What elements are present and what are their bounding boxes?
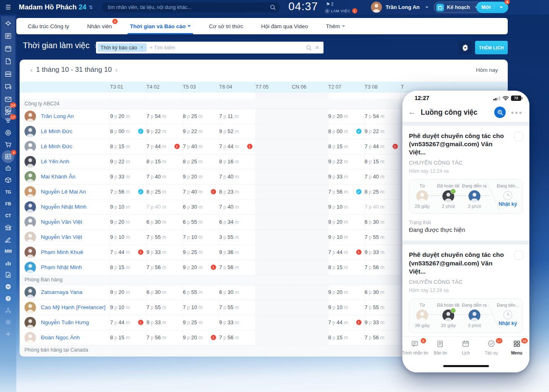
worktime-cell[interactable]: 6 p 30 m: [146, 285, 183, 300]
worktime-cell[interactable]: 9 p 22 m: [183, 124, 219, 139]
worktime-cell[interactable]: [255, 214, 292, 229]
date-range[interactable]: 1 tháng 10 - 31 tháng 10: [36, 66, 112, 74]
sidebar-item-ct-icon[interactable]: CT: [4, 212, 13, 219]
worktime-cell[interactable]: [255, 229, 292, 245]
worktime-cell[interactable]: 6 p 34 m: [219, 214, 255, 229]
worktime-cell[interactable]: [292, 154, 328, 169]
sidebar-item-docedit-icon[interactable]: [4, 271, 13, 278]
sidebar-item-stream-icon[interactable]: [4, 20, 13, 27]
sidebar-item-cart-icon[interactable]: [4, 141, 13, 148]
worktime-cell[interactable]: 6 p 30 m: [364, 214, 401, 229]
worktime-cell[interactable]: [255, 154, 292, 169]
worktime-cell[interactable]: 8 p 25 m: [183, 154, 219, 169]
worktime-cell[interactable]: 8 p 00 m✓: [110, 124, 146, 139]
worktime-cell[interactable]: 9 p 33 m: [364, 315, 401, 330]
worktime-cell[interactable]: [292, 245, 328, 260]
employee-name-link[interactable]: Cao Mỹ Hạnh [Freelancer]: [41, 304, 105, 310]
worktime-cell[interactable]: [255, 109, 292, 124]
worktime-cell[interactable]: 9 p 22 m: [110, 154, 146, 169]
worktime-cell[interactable]: [255, 285, 292, 300]
workflow-checkbox[interactable]: [514, 132, 523, 141]
worktime-cell[interactable]: 9 p 10 m: [328, 199, 364, 214]
worktime-cell[interactable]: 7 p 55 m: [146, 229, 183, 245]
worktime-cell[interactable]: 7 p 40 m: [146, 169, 183, 184]
sidebar-item-fb-icon[interactable]: FB: [4, 200, 13, 207]
more-menu-icon[interactable]: ●●●: [511, 109, 523, 116]
back-arrow-icon[interactable]: ←: [408, 108, 416, 117]
tab-4[interactable]: Cơ sở tri thức: [209, 18, 243, 34]
worktime-cell[interactable]: 7 p 44 m!: [328, 315, 364, 330]
sidebar-item-document-icon[interactable]: [4, 58, 13, 65]
worktime-cell[interactable]: 8 p 15 m: [110, 139, 146, 154]
worktime-cell[interactable]: 7 p 44 m!: [328, 245, 364, 260]
tab-2[interactable]: Nhân viên4: [87, 18, 112, 34]
worktime-cell[interactable]: 3 p 55 m: [219, 229, 255, 245]
worktime-cell[interactable]: 7 p 44 m!: [364, 139, 401, 154]
worktime-cell[interactable]: 6 p 30 m: [364, 285, 401, 300]
worktime-cell[interactable]: 9 p 22 m: [328, 154, 364, 169]
phone-nav-menu[interactable]: Menu16: [505, 340, 529, 355]
worktime-cell[interactable]: 9 p 20 m: [328, 214, 364, 229]
sidebar-item-drive-icon[interactable]: [4, 70, 13, 78]
work-clock[interactable]: 04:37: [288, 0, 318, 13]
sidebar-item-mail-icon[interactable]: [4, 96, 13, 103]
worktime-cell[interactable]: [255, 199, 292, 214]
worktime-cell[interactable]: [292, 330, 328, 345]
worktime-cell[interactable]: 9 p 22 m: [146, 124, 183, 139]
sidebar-item-bot-icon[interactable]: [4, 165, 13, 172]
worktime-cell[interactable]: [292, 285, 328, 300]
phone-nav-news[interactable]: Bản tin: [428, 340, 452, 355]
worktime-cell[interactable]: 7 p 40 m!: [183, 184, 219, 199]
sidebar-item-chat-icon[interactable]: [4, 83, 13, 90]
next-period-icon[interactable]: ›: [112, 65, 121, 74]
worktime-cell[interactable]: 8 p 15 m: [364, 154, 401, 169]
worktime-cell[interactable]: [292, 184, 328, 199]
worktime-cell[interactable]: 7 p 56 m: [219, 330, 255, 345]
chip-close-icon[interactable]: ✕: [140, 45, 144, 50]
worktime-cell[interactable]: [292, 199, 328, 214]
worktime-cell[interactable]: 7 p 40 m: [146, 199, 183, 214]
worktime-cell[interactable]: 7 p 40 m: [364, 169, 401, 184]
filter-chip[interactable]: Thời kỳ báo cáo✕: [98, 43, 147, 52]
worktime-cell[interactable]: 6 p 55 m: [183, 214, 219, 229]
workflow-checkbox[interactable]: [514, 251, 523, 260]
employee-name-link[interactable]: Nguyễn Văn Việt: [41, 219, 82, 225]
employee-name-link[interactable]: Lê Minh Đức: [41, 143, 72, 149]
worktime-cell[interactable]: 8 p 16 m: [219, 154, 255, 169]
worktime-cell[interactable]: [292, 315, 328, 330]
hamburger-menu-icon[interactable]: ☰: [0, 4, 16, 11]
worktime-cell[interactable]: [255, 139, 292, 154]
worktime-cell[interactable]: 8 p 00 m✓: [328, 124, 364, 139]
worktime-cell[interactable]: 9 p 33 m: [110, 169, 146, 184]
sidebar-item-feed-icon[interactable]: [4, 32, 13, 40]
add-schedule-button[interactable]: THÊM LỊCH: [475, 41, 508, 54]
employee-name-link[interactable]: Nguyễn Nhật Minh: [41, 204, 87, 210]
worktime-cell[interactable]: 8 p 25 m: [146, 184, 183, 199]
worktime-cell[interactable]: 7 p 10 m: [183, 229, 219, 245]
worktime-cell[interactable]: 9 p 25 m: [183, 315, 219, 330]
worktime-cell[interactable]: 7 p 11 m: [219, 109, 255, 124]
employee-name-link[interactable]: Nguyễn Văn Việt: [41, 234, 82, 240]
worktime-cell[interactable]: [255, 315, 292, 330]
today-link[interactable]: Hôm nay: [476, 67, 498, 73]
worktime-cell[interactable]: 9 p 10 m: [110, 300, 146, 315]
sidebar-item-contacts-icon[interactable]: 4: [4, 153, 13, 160]
worktime-cell[interactable]: 9 p 36 m: [219, 245, 255, 260]
worktime-cell[interactable]: 9 p 33 m: [219, 315, 255, 330]
worktime-cell[interactable]: 8 p 23 m: [219, 184, 255, 199]
employee-name-link[interactable]: Zatsarnaya Yana: [41, 289, 83, 295]
sidebar-item-tg-icon[interactable]: TG: [4, 188, 13, 196]
worktime-cell[interactable]: [292, 169, 328, 184]
worktime-cell[interactable]: 9 p 33 m: [146, 245, 183, 260]
flag-counter[interactable]: ⚑ 2: [326, 2, 333, 7]
employee-name-link[interactable]: Nguyễn Lê Mai An: [41, 189, 86, 195]
worktime-cell[interactable]: 9 p 25 m: [183, 245, 219, 260]
employee-name-link[interactable]: Lê Minh Đức: [41, 128, 72, 134]
employee-name-link[interactable]: Phạm Minh Khuê: [41, 249, 83, 255]
user-menu[interactable]: Trần Long An: [371, 2, 428, 13]
worktime-cell[interactable]: 7 p 55 m: [219, 300, 255, 315]
sidebar-item-funnel-icon[interactable]: 17: [4, 117, 13, 125]
sidebar-item-plus-icon[interactable]: [4, 330, 13, 338]
employee-name-link[interactable]: Nguyễn Tuấn Hưng: [41, 319, 89, 325]
worktime-cell[interactable]: 9 p 20 m: [328, 285, 364, 300]
